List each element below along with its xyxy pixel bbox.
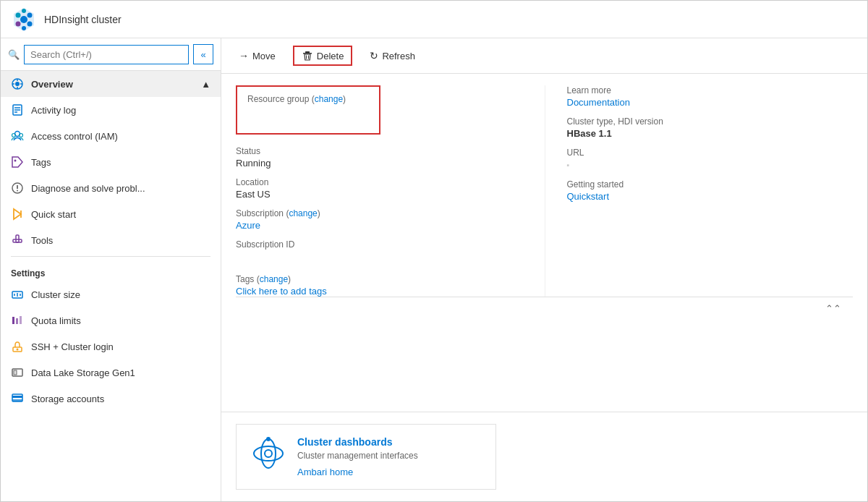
- sidebar-item-tags[interactable]: Tags: [1, 149, 221, 175]
- sidebar-item-label-tools: Tools: [31, 235, 53, 246]
- svg-point-48: [254, 446, 283, 461]
- settings-section-label: Settings: [1, 260, 221, 281]
- svg-point-9: [15, 82, 20, 86]
- resource-group-box: Resource group (change): [236, 85, 380, 135]
- svg-point-3: [27, 12, 33, 17]
- move-icon: →: [239, 50, 249, 61]
- svg-point-1: [20, 16, 27, 23]
- dashboard-desc: Cluster management interfaces: [297, 451, 418, 461]
- tags-add-link: Click here to add tags: [236, 286, 523, 297]
- nav-list: Overview ▲ Activity log Access control (…: [1, 71, 221, 501]
- tools-icon: [11, 234, 24, 247]
- svg-point-5: [27, 21, 33, 26]
- toolbar: → Move Delete ↻ Refresh: [221, 38, 867, 74]
- resource-group-label: Resource group (change): [247, 94, 369, 104]
- content-area: → Move Delete ↻ Refresh: [221, 38, 867, 501]
- search-icon: 🔍: [8, 49, 20, 60]
- sidebar-item-label-access-control: Access control (IAM): [31, 131, 118, 142]
- sidebar-item-diagnose[interactable]: Diagnose and solve probl...: [1, 175, 221, 201]
- main-layout: 🔍 « Overview ▲ Activity log: [1, 38, 867, 501]
- app-icon: [11, 7, 37, 33]
- svg-point-4: [16, 21, 21, 26]
- sidebar-item-label-cluster-size: Cluster size: [31, 289, 80, 300]
- collapse-button[interactable]: «: [193, 44, 213, 64]
- svg-rect-41: [12, 396, 22, 398]
- sidebar-item-quick-start[interactable]: Quick start: [1, 201, 221, 227]
- info-panel: Resource group (change) Status Running L…: [221, 74, 867, 412]
- quota-limits-icon: [11, 314, 24, 327]
- dashboard-title: Cluster dashboards: [297, 436, 418, 448]
- url-value: ▪: [567, 159, 854, 171]
- sidebar-item-overview[interactable]: Overview ▲: [1, 71, 221, 97]
- location-value: East US: [236, 189, 523, 200]
- storage-accounts-icon: [11, 392, 24, 405]
- delete-icon: [302, 50, 313, 61]
- sidebar: 🔍 « Overview ▲ Activity log: [1, 38, 221, 501]
- svg-marker-26: [14, 209, 21, 219]
- sidebar-item-label-diagnose: Diagnose and solve probl...: [31, 183, 145, 194]
- tags-add-link-anchor[interactable]: Click here to add tags: [236, 286, 327, 297]
- ambari-home-link[interactable]: Ambari home: [297, 467, 353, 477]
- sidebar-item-access-control[interactable]: Access control (IAM): [1, 123, 221, 149]
- dashboard-card: Cluster dashboards Cluster management in…: [236, 424, 496, 490]
- ssh-login-icon: [11, 340, 24, 353]
- svg-point-50: [265, 450, 272, 457]
- sidebar-item-label-storage-accounts: Storage accounts: [31, 393, 104, 404]
- tags-section: Tags (change) Click here to add tags: [236, 274, 523, 297]
- tags-change-link[interactable]: change: [260, 274, 288, 284]
- subscription-link[interactable]: Azure: [236, 220, 260, 231]
- diagnose-icon: [11, 182, 24, 195]
- status-label: Status: [236, 146, 523, 156]
- collapse-chevron[interactable]: ⌃⌃: [236, 297, 853, 320]
- sidebar-item-label-quick-start: Quick start: [31, 209, 76, 220]
- svg-marker-21: [12, 157, 22, 167]
- refresh-icon: ↻: [370, 50, 378, 61]
- svg-rect-29: [13, 239, 22, 242]
- settings-divider: [11, 256, 210, 257]
- sidebar-item-label-overview: Overview: [31, 79, 73, 90]
- svg-point-6: [22, 9, 26, 13]
- learn-more-label: Learn more: [567, 85, 854, 95]
- sidebar-item-tools[interactable]: Tools: [1, 227, 221, 253]
- svg-rect-36: [20, 316, 22, 324]
- app-title: HDInsight cluster: [44, 14, 122, 25]
- data-lake-icon: [11, 366, 24, 379]
- subscription-id-value: [236, 251, 523, 263]
- overview-icon: [11, 77, 24, 90]
- move-button[interactable]: → Move: [233, 47, 281, 64]
- info-grid: Resource group (change) Status Running L…: [236, 85, 853, 297]
- tags-icon: [11, 156, 24, 169]
- svg-point-38: [17, 349, 19, 351]
- svg-point-2: [16, 12, 21, 17]
- sidebar-item-ssh-login[interactable]: SSH + Cluster login: [1, 333, 221, 360]
- sidebar-item-activity-log[interactable]: Activity log: [1, 97, 221, 123]
- svg-rect-28: [16, 235, 19, 242]
- quickstart-value: Quickstart: [567, 191, 854, 202]
- refresh-button[interactable]: ↻ Refresh: [364, 47, 421, 64]
- documentation-link[interactable]: Documentation: [567, 97, 630, 108]
- info-left: Resource group (change) Status Running L…: [236, 85, 545, 297]
- delete-button[interactable]: Delete: [293, 46, 353, 66]
- dashboard-section: Cluster dashboards Cluster management in…: [221, 412, 867, 501]
- dashboard-icon: [251, 436, 286, 471]
- svg-point-25: [17, 190, 18, 192]
- sidebar-item-cluster-size[interactable]: Cluster size: [1, 281, 221, 307]
- svg-rect-45: [303, 53, 312, 54]
- overview-scroll-up: ▲: [201, 79, 210, 90]
- svg-point-49: [261, 439, 276, 468]
- resource-group-value: [247, 106, 369, 117]
- sidebar-item-quota-limits[interactable]: Quota limits: [1, 307, 221, 333]
- sidebar-item-storage-accounts[interactable]: Storage accounts: [1, 386, 221, 412]
- documentation-value: Documentation: [567, 97, 854, 108]
- svg-rect-40: [14, 370, 17, 375]
- sidebar-item-data-lake[interactable]: Data Lake Storage Gen1: [1, 360, 221, 386]
- svg-rect-34: [12, 317, 14, 324]
- resource-group-change-link[interactable]: change: [315, 94, 343, 104]
- subscription-change-link[interactable]: change: [289, 208, 317, 218]
- dashboard-content: Cluster dashboards Cluster management in…: [297, 436, 418, 477]
- url-label: URL: [567, 148, 854, 158]
- quickstart-link[interactable]: Quickstart: [567, 191, 610, 202]
- cluster-type-value: HBase 1.1: [567, 128, 854, 139]
- svg-point-22: [14, 160, 17, 162]
- search-input[interactable]: [24, 45, 189, 64]
